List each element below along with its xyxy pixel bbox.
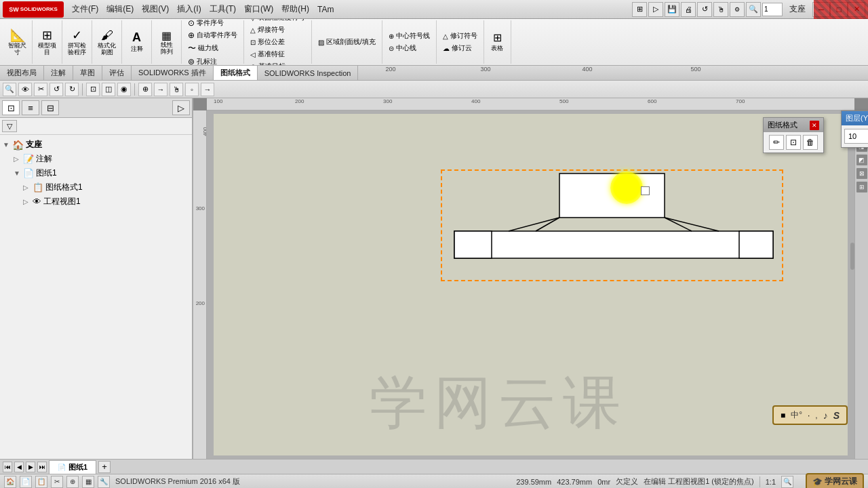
sb-btn-6[interactable]: ▦ bbox=[82, 476, 94, 488]
toolbar-icon-5[interactable]: ↺ bbox=[697, 2, 712, 17]
tab-nav-next[interactable]: ▶ bbox=[26, 462, 35, 472]
tab-sketch[interactable]: 草图 bbox=[73, 66, 102, 80]
gdt-btn[interactable]: ⊡ 形位公差 bbox=[248, 37, 307, 47]
model-item-btn[interactable]: ⊞ 模型项目 bbox=[37, 26, 58, 58]
table-btn[interactable]: ⊞ 表格 bbox=[490, 30, 505, 54]
ft-btn-note[interactable]: ♪ bbox=[823, 410, 828, 421]
menu-item-tools[interactable]: 工具(T) bbox=[205, 2, 240, 16]
tab-nav-prev[interactable]: ◀ bbox=[14, 462, 24, 472]
tree-item-sheet1[interactable]: ▼ 📄 图纸1 bbox=[14, 166, 189, 180]
menu-item-insert[interactable]: 插入(I) bbox=[173, 2, 205, 16]
sb-btn-1[interactable]: 🏠 bbox=[4, 476, 16, 488]
stb-btn-3[interactable]: ✂ bbox=[34, 83, 47, 96]
stb-btn-12[interactable]: ◦ bbox=[185, 83, 199, 96]
tab-nav-last[interactable]: ⏭ bbox=[37, 462, 47, 472]
format-edit-btn[interactable]: ✏ bbox=[769, 135, 784, 150]
stb-btn-5[interactable]: ↻ bbox=[65, 83, 79, 96]
magnet-btn[interactable]: 〜 磁力线 bbox=[186, 42, 239, 55]
tab-view-layout[interactable]: 视图布局 bbox=[0, 66, 44, 80]
rev-sym-btn[interactable]: △ 修订符号 bbox=[441, 30, 479, 41]
menu-item-window[interactable]: 窗口(W) bbox=[240, 2, 277, 16]
stb-btn-7[interactable]: ◫ bbox=[102, 83, 115, 96]
tab-evaluate[interactable]: 评估 bbox=[102, 66, 132, 80]
menu-item-zhizuo[interactable]: 支座 bbox=[785, 2, 810, 16]
tab-drawing-format[interactable]: 图纸格式 bbox=[214, 66, 258, 80]
window-close[interactable]: ✕ bbox=[848, 2, 865, 17]
ft-btn-comma[interactable]: , bbox=[815, 411, 817, 420]
tab-annotation[interactable]: 注解 bbox=[44, 66, 73, 80]
stb-btn-2[interactable]: 👁 bbox=[18, 83, 32, 96]
menu-item-view[interactable]: 视图(V) bbox=[138, 2, 173, 16]
spell-btn[interactable]: ✓ 拼写检验程序 bbox=[66, 26, 87, 58]
sb-btn-7[interactable]: 🔧 bbox=[98, 476, 110, 488]
center-sym-btn[interactable]: ⊕ 中心符号线 bbox=[387, 30, 432, 41]
array-btn[interactable]: ▦ 线性阵列 bbox=[159, 28, 174, 57]
toolbar-icon-3[interactable]: 💾 bbox=[665, 2, 679, 17]
smart-dim-btn[interactable]: 📐 智能尺寸 bbox=[7, 26, 28, 58]
dialog-format-close-btn[interactable]: ✕ bbox=[810, 121, 819, 130]
stb-btn-11[interactable]: 🖱 bbox=[170, 83, 183, 96]
window-maximize[interactable]: □ bbox=[830, 2, 848, 17]
zoom-search-btn[interactable]: 🔍 bbox=[781, 476, 793, 488]
format-delete-btn[interactable]: 🗑 bbox=[803, 135, 818, 150]
tab-sw-inspection[interactable]: SOLIDWORKS Inspection bbox=[258, 66, 359, 80]
stb-btn-6[interactable]: ⊡ bbox=[86, 83, 100, 96]
tab-nav-first[interactable]: ⏮ bbox=[3, 462, 12, 472]
ri-btn-6[interactable]: ⊞ bbox=[856, 182, 867, 192]
ft-btn-zhong[interactable]: 中° bbox=[791, 409, 802, 421]
datum-target-btn[interactable]: ◎ 基准目标 bbox=[248, 61, 307, 65]
sheet-tab-1[interactable]: 📄 图纸1 bbox=[49, 460, 96, 474]
auto-part-btn[interactable]: ⊕ 自动零件序号 bbox=[186, 30, 239, 41]
menu-item-tam[interactable]: TAm bbox=[313, 3, 338, 16]
window-minimize[interactable]: ─ bbox=[812, 2, 830, 17]
menu-item-help[interactable]: 帮助(H) bbox=[277, 2, 313, 16]
ri-btn-5[interactable]: ⊠ bbox=[856, 168, 867, 179]
ribbon-small-buttons-3: ▨ 区域剖面线/填充 bbox=[312, 20, 382, 64]
ft-btn-s[interactable]: S bbox=[833, 410, 840, 421]
toolbar-icon-2[interactable]: ▷ bbox=[648, 2, 663, 17]
stb-btn-9[interactable]: ⊕ bbox=[138, 83, 152, 96]
rev-cloud-btn[interactable]: ☁ 修订云 bbox=[441, 43, 479, 54]
tree-root[interactable]: ▼ 🏠 支座 bbox=[3, 138, 189, 152]
toolbar-icon-6[interactable]: 🖱 bbox=[713, 2, 728, 17]
weld-btn[interactable]: △ 焊接符号 bbox=[248, 24, 307, 35]
format-view-btn[interactable]: ⊡ bbox=[786, 135, 801, 150]
surface-rough-btn[interactable]: ▽ 表面粗糙度符号 bbox=[248, 19, 307, 23]
note-btn[interactable]: A 注释 bbox=[130, 29, 144, 55]
centerline-btn[interactable]: ⊝ 中心线 bbox=[387, 43, 432, 54]
filter-btn[interactable]: ▽ bbox=[2, 120, 17, 132]
stb-btn-1[interactable]: 🔍 bbox=[3, 83, 16, 96]
toolbar-icon-7[interactable]: ⚙ bbox=[730, 2, 745, 17]
menu-item-edit[interactable]: 编辑(E) bbox=[102, 2, 138, 16]
stb-btn-13[interactable]: → bbox=[201, 83, 214, 96]
tree-item-annotation[interactable]: ▷ 📝 注解 bbox=[14, 152, 189, 166]
menu-item-file[interactable]: 文件(F) bbox=[68, 2, 102, 16]
panel-tab-tree[interactable]: ⊡ bbox=[2, 100, 20, 115]
tab-sw-plugins[interactable]: SOLIDWORKS 插件 bbox=[132, 66, 214, 80]
datum-feature-btn[interactable]: ◁ 基准特征 bbox=[248, 49, 307, 60]
add-sheet-btn[interactable]: + bbox=[98, 461, 111, 473]
layer-select[interactable]: 10 0 1 5 bbox=[844, 129, 868, 144]
panel-tab-prop[interactable]: ≡ bbox=[22, 100, 39, 115]
stb-btn-8[interactable]: ◉ bbox=[117, 83, 131, 96]
panel-expand[interactable]: ▷ bbox=[172, 100, 190, 115]
toolbar-icon-1[interactable]: ⊞ bbox=[632, 2, 647, 17]
tree-item-format1[interactable]: ▷ 📋 图纸格式1 bbox=[23, 180, 189, 195]
hole-mark-btn[interactable]: ⊚ 孔标注 bbox=[186, 56, 239, 66]
toolbar-icon-8[interactable]: 🔍 bbox=[746, 2, 761, 17]
search-input-mini[interactable]: 1 bbox=[762, 3, 783, 16]
drawing-surface[interactable]: 学 网 云 课 bbox=[207, 110, 854, 459]
sb-btn-4[interactable]: ✂ bbox=[51, 476, 63, 488]
sb-btn-2[interactable]: 📄 bbox=[20, 476, 32, 488]
stb-btn-10[interactable]: → bbox=[154, 83, 167, 96]
tree-item-view1[interactable]: ▷ 👁 工程视图1 bbox=[23, 195, 189, 209]
part-num-btn[interactable]: ⊙ 零件序号 bbox=[186, 19, 239, 28]
hatch-btn[interactable]: ▨ 区域剖面线/填充 bbox=[316, 37, 378, 47]
sb-btn-5[interactable]: ⊕ bbox=[66, 476, 79, 488]
format-btn[interactable]: 🖌 格式化刷图 bbox=[96, 27, 117, 58]
toolbar-icon-4[interactable]: 🖨 bbox=[681, 2, 696, 17]
stb-btn-4[interactable]: ↺ bbox=[50, 83, 63, 96]
sb-btn-3[interactable]: 📋 bbox=[35, 476, 47, 488]
panel-tab-config[interactable]: ⊟ bbox=[41, 100, 59, 115]
ri-btn-4[interactable]: ◩ bbox=[856, 155, 867, 165]
